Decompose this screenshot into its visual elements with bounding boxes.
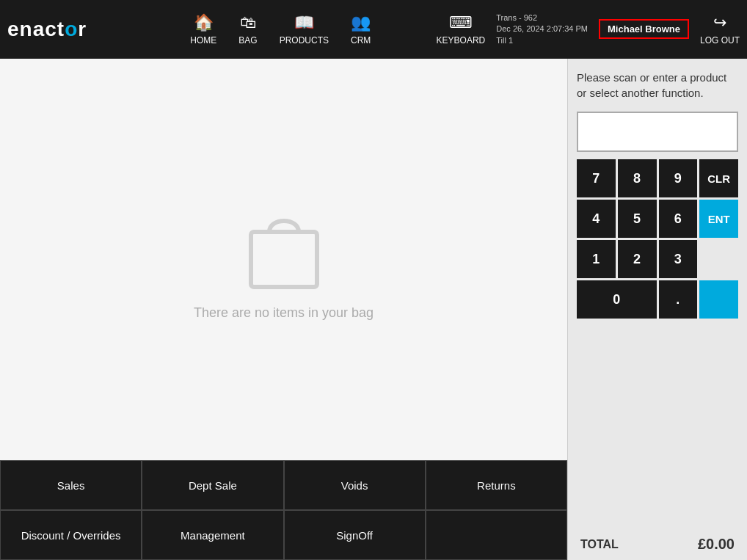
keyboard-icon: ⌨	[449, 13, 473, 32]
bottom-buttons: Sales Dept Sale Voids Returns Discount /…	[0, 460, 567, 560]
total-amount: £0.00	[698, 536, 735, 553]
num-9[interactable]: 9	[659, 159, 698, 197]
num-7[interactable]: 7	[577, 159, 616, 197]
trans-info: Trans - 962 Dec 26, 2024 2:07:34 PM Till…	[496, 12, 588, 46]
bottom-row1: Sales Dept Sale Voids Returns	[0, 460, 567, 510]
num-1[interactable]: 1	[577, 240, 616, 278]
nav-home[interactable]: 🏠 HOME	[190, 13, 216, 46]
numpad: 7 8 9 CLR 4 5 6 ENT 1 2 3 0 .	[577, 159, 738, 319]
nav-items: 🏠 HOME 🛍 BAG 📖 PRODUCTS 👥 CRM	[125, 13, 437, 46]
num-6[interactable]: 6	[659, 200, 698, 238]
nav-bag-label: BAG	[238, 35, 257, 46]
crm-icon: 👥	[351, 13, 371, 32]
keyboard-button[interactable]: ⌨ KEYBOARD	[437, 13, 486, 46]
decimal-button[interactable]: .	[659, 280, 698, 319]
logout-icon: ↪	[713, 13, 726, 32]
signoff-button[interactable]: SignOff	[284, 510, 426, 560]
discount-overrides-button[interactable]: Discount / Overrides	[0, 510, 142, 560]
num-2[interactable]: 2	[618, 240, 657, 278]
logo: enactor	[7, 18, 125, 41]
bottom-row2: Discount / Overrides Management SignOff	[0, 510, 567, 560]
empty-bag-icon	[236, 199, 332, 294]
nav-crm[interactable]: 👥 CRM	[351, 13, 371, 46]
header-right: ⌨ KEYBOARD Trans - 962 Dec 26, 2024 2:07…	[437, 12, 740, 46]
trans-line1: Trans - 962	[496, 12, 588, 23]
total-label: TOTAL	[580, 538, 619, 551]
returns-button[interactable]: Returns	[426, 460, 567, 510]
prompt-text: Please scan or enter a product or select…	[577, 70, 738, 101]
num-0[interactable]: 0	[577, 280, 657, 319]
logout-button[interactable]: ↪ LOG OUT	[700, 13, 740, 46]
num-4[interactable]: 4	[577, 200, 616, 238]
nav-crm-label: CRM	[351, 35, 371, 46]
num-5[interactable]: 5	[618, 200, 657, 238]
management-button[interactable]: Management	[142, 510, 283, 560]
logo-text: enactor	[7, 18, 87, 41]
numpad-input[interactable]	[577, 112, 738, 152]
svg-rect-0	[251, 232, 317, 287]
logout-label: LOG OUT	[700, 35, 740, 46]
right-panel: Please scan or enter a product or select…	[567, 59, 747, 560]
header: enactor 🏠 HOME 🛍 BAG 📖 PRODUCTS 👥 CRM ⌨ …	[0, 0, 747, 59]
sales-button[interactable]: Sales	[0, 460, 142, 510]
dept-sale-button[interactable]: Dept Sale	[142, 460, 283, 510]
user-badge[interactable]: Michael Browne	[599, 19, 689, 39]
nav-products[interactable]: 📖 PRODUCTS	[280, 13, 329, 46]
nav-products-label: PRODUCTS	[280, 35, 329, 46]
bag-area: There are no items in your bag	[0, 59, 567, 460]
empty-bag-text: There are no items in your bag	[194, 305, 374, 321]
nav-bag[interactable]: 🛍 BAG	[238, 13, 257, 46]
home-icon: 🏠	[194, 13, 214, 32]
keyboard-label: KEYBOARD	[437, 35, 486, 46]
products-icon: 📖	[294, 13, 314, 32]
voids-button[interactable]: Voids	[284, 460, 426, 510]
clr-button[interactable]: CLR	[699, 159, 738, 197]
trans-line3: Till 1	[496, 35, 588, 46]
ent-button[interactable]: ENT	[699, 200, 738, 238]
num-3[interactable]: 3	[659, 240, 698, 278]
ent-bottom[interactable]	[699, 280, 738, 319]
bag-icon: 🛍	[240, 13, 256, 32]
left-panel: There are no items in your bag Sales Dep…	[0, 59, 567, 560]
main-area: There are no items in your bag Sales Dep…	[0, 59, 747, 560]
total-row: TOTAL £0.00	[577, 528, 738, 560]
logo-dot: o	[65, 18, 78, 40]
num-8[interactable]: 8	[618, 159, 657, 197]
empty-button	[426, 510, 567, 560]
trans-line2: Dec 26, 2024 2:07:34 PM	[496, 23, 588, 34]
nav-home-label: HOME	[190, 35, 216, 46]
